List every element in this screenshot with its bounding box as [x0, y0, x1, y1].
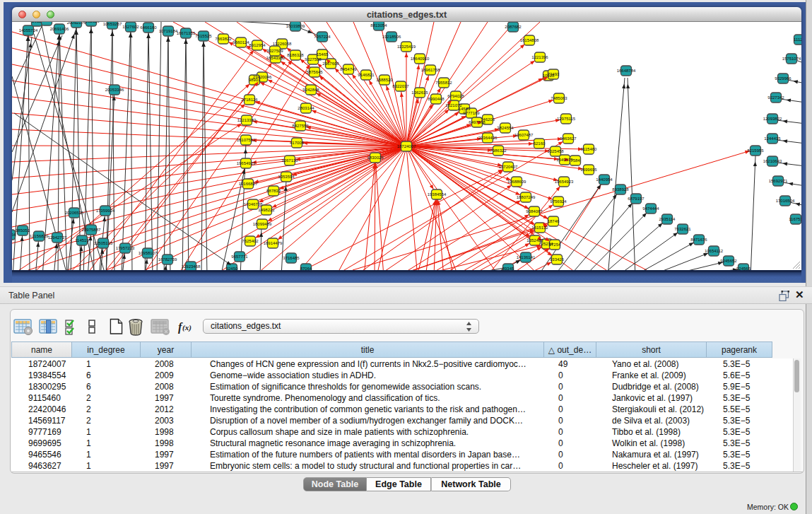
svg-text:19654923: 19654923 [237, 161, 256, 165]
svg-text:116753: 116753 [789, 217, 801, 221]
svg-text:98901: 98901 [249, 78, 261, 82]
svg-text:12213383: 12213383 [237, 118, 257, 122]
svg-text:19654923: 19654923 [555, 180, 574, 184]
svg-text:97254: 97254 [549, 243, 561, 247]
svg-text:20975887: 20975887 [82, 228, 101, 232]
svg-text:20053346: 20053346 [105, 88, 124, 92]
svg-text:8471676: 8471676 [690, 238, 707, 242]
svg-text:2718126: 2718126 [241, 98, 258, 102]
svg-text:8938928: 8938928 [612, 187, 629, 192]
svg-text:18724007: 18724007 [397, 144, 416, 148]
svg-text:417006: 417006 [290, 141, 305, 145]
svg-text:9245652: 9245652 [720, 259, 737, 263]
svg-text:1244415: 1244415 [764, 136, 781, 141]
svg-text:8813054: 8813054 [370, 23, 387, 28]
svg-text:20364436: 20364436 [478, 136, 498, 140]
svg-text:15692971: 15692971 [769, 179, 788, 183]
svg-text:10654112: 10654112 [705, 249, 724, 253]
svg-text:1362615: 1362615 [411, 90, 428, 95]
svg-text:17046738: 17046738 [244, 202, 263, 206]
svg-text:12505135: 12505135 [94, 241, 113, 245]
svg-text:9146821: 9146821 [358, 73, 375, 77]
svg-text:19218506: 19218506 [382, 35, 401, 39]
svg-text:(x): (x) [182, 323, 192, 332]
svg-text:9777169: 9777169 [463, 111, 480, 115]
svg-text:9660124: 9660124 [233, 40, 249, 45]
svg-text:2087682: 2087682 [505, 25, 522, 29]
svg-text:10653267: 10653267 [103, 22, 122, 26]
svg-text:7632621: 7632621 [674, 227, 691, 231]
svg-text:1588520: 1588520 [376, 78, 393, 82]
svg-text:8454749: 8454749 [340, 67, 357, 71]
svg-text:12975115: 12975115 [557, 117, 576, 121]
svg-text:18746: 18746 [548, 219, 560, 223]
svg-text:15465: 15465 [317, 52, 329, 57]
svg-text:17016504: 17016504 [776, 199, 795, 203]
svg-text:7584: 7584 [570, 158, 580, 163]
svg-text:14136141: 14136141 [517, 255, 536, 259]
svg-text:9474444: 9474444 [642, 206, 659, 211]
svg-text:12942737: 12942737 [48, 235, 67, 240]
svg-text:9227342: 9227342 [767, 95, 784, 100]
svg-text:3716485: 3716485 [283, 256, 300, 260]
svg-text:16782759: 16782759 [158, 257, 177, 262]
svg-text:18807249: 18807249 [517, 195, 536, 199]
svg-text:7485063: 7485063 [551, 96, 567, 100]
svg-text:9329966: 9329966 [775, 76, 792, 81]
svg-text:1440954: 1440954 [596, 177, 613, 182]
svg-text:1025458: 1025458 [547, 149, 564, 153]
svg-text:9327509: 9327509 [266, 49, 283, 53]
svg-text:20083: 20083 [41, 22, 53, 23]
svg-text:39154: 39154 [12, 233, 16, 237]
svg-text:6794028: 6794028 [447, 94, 464, 98]
svg-text:15751074: 15751074 [782, 57, 801, 61]
svg-text:8186328: 8186328 [287, 53, 304, 57]
svg-text:3824554: 3824554 [497, 126, 514, 130]
svg-text:14055724: 14055724 [19, 28, 38, 33]
svg-text:887833: 887833 [266, 189, 281, 193]
svg-text:114519: 114519 [75, 238, 89, 243]
svg-text:7515525: 7515525 [195, 34, 212, 38]
svg-text:9242848: 9242848 [302, 88, 319, 92]
svg-text:16961758: 16961758 [421, 68, 440, 72]
svg-text:16210643: 16210643 [763, 159, 782, 163]
svg-text:16033809: 16033809 [286, 24, 305, 28]
svg-text:1830025: 1830025 [367, 156, 384, 160]
svg-text:16154808: 16154808 [520, 38, 539, 42]
svg-text:16648784: 16648784 [617, 69, 636, 73]
svg-text:10688609: 10688609 [507, 180, 526, 184]
svg-text:933426: 933426 [550, 257, 565, 262]
svg-text:9084067: 9084067 [526, 209, 543, 214]
svg-text:7663822: 7663822 [215, 37, 232, 41]
svg-text:6879197: 6879197 [628, 197, 645, 201]
svg-text:6466160: 6466160 [140, 25, 157, 30]
svg-text:19384554: 19384554 [428, 192, 447, 197]
svg-text:8427552: 8427552 [292, 124, 309, 128]
svg-text:18099489: 18099489 [253, 222, 272, 226]
svg-text:9699695: 9699695 [580, 168, 597, 172]
svg-text:17359924: 17359924 [96, 209, 115, 213]
svg-text:8912954: 8912954 [249, 43, 266, 47]
svg-text:7357224: 7357224 [314, 35, 331, 39]
svg-text:1221396: 1221396 [531, 55, 548, 59]
svg-text:19166827: 19166827 [239, 182, 258, 186]
svg-text:15720407: 15720407 [499, 165, 518, 169]
svg-text:1527602: 1527602 [122, 25, 139, 29]
svg-text:2803144: 2803144 [298, 106, 314, 110]
svg-text:12923468: 12923468 [182, 264, 201, 269]
svg-text:10719184: 10719184 [159, 29, 178, 33]
svg-text:8990448: 8990448 [428, 97, 445, 101]
svg-text:5875645: 5875645 [306, 70, 323, 74]
svg-text:2935114: 2935114 [659, 217, 676, 221]
svg-text:16107552: 16107552 [237, 138, 256, 142]
svg-text:8215955: 8215955 [747, 148, 764, 153]
svg-text:1615132: 1615132 [531, 226, 548, 230]
svg-text:12156829: 12156829 [30, 234, 49, 238]
svg-text:13226058: 13226058 [273, 42, 292, 46]
svg-text:62160: 62160 [534, 141, 546, 146]
svg-text:7986322: 7986322 [490, 148, 507, 153]
svg-text:73493: 73493 [548, 72, 560, 76]
svg-text:1353594: 1353594 [278, 175, 295, 179]
svg-text:20206535: 20206535 [65, 211, 84, 215]
svg-text:16543382: 16543382 [266, 56, 286, 60]
